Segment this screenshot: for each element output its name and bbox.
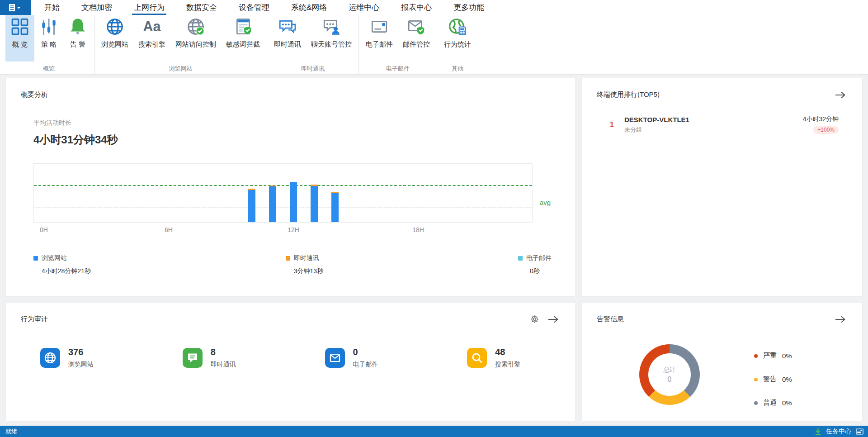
alarm-more-arrow-icon[interactable] <box>835 316 846 323</box>
app-menu-button[interactable] <box>0 0 31 15</box>
avg-dashed-line <box>34 185 532 186</box>
alarm-legend-pct: 0% <box>782 399 792 407</box>
donut-center-value: 0 <box>668 375 672 384</box>
ribbon-button-行为统计[interactable]: 行为统计 <box>439 15 476 62</box>
x-tick-18H: 18H <box>412 226 424 233</box>
globe-check-icon <box>186 17 205 36</box>
stat-value: 8 <box>211 347 236 357</box>
donut-center-label: 总计 <box>663 366 676 374</box>
menu-tab-更多功能[interactable]: 更多功能 <box>443 0 495 15</box>
overview-grid-icon <box>10 17 29 36</box>
stat-label: 电子邮件 <box>353 361 378 369</box>
ribbon-group: 概 览 策 略 告 警 概览 <box>4 15 94 74</box>
ribbon-button-敏感词拦截[interactable]: 敏感词拦截 <box>221 15 265 62</box>
ranking-more-arrow-icon[interactable] <box>835 91 846 99</box>
audit-more-arrow-icon[interactable] <box>548 316 559 323</box>
task-center-button[interactable]: 任务中心 <box>826 428 851 436</box>
audit-card: 行为审计 376 浏览网站 8 即时通讯 <box>5 302 576 422</box>
alarm-legend-dot <box>754 401 758 405</box>
x-tick-0H: 0H <box>40 226 48 233</box>
ribbon-group-label: 其他 <box>439 62 476 73</box>
stat-value: 376 <box>68 347 94 357</box>
activity-bar <box>290 182 297 222</box>
stat-label: 浏览网站 <box>68 361 94 369</box>
terminal-group: 未分组 <box>624 126 689 134</box>
chart-gridline <box>34 207 532 208</box>
ribbon-button-搜索引擎[interactable]: Aa 搜索引擎 <box>133 15 170 62</box>
mail-shield-icon <box>407 17 426 36</box>
menu-tab-上网行为[interactable]: 上网行为 <box>123 0 175 15</box>
activity-bar <box>331 192 339 222</box>
stat-globe-icon <box>40 348 60 368</box>
caret-down-icon <box>17 7 20 9</box>
ribbon-group-label: 即时通讯 <box>269 62 357 73</box>
usage-duration: 4小时32分钟 <box>803 115 839 124</box>
ribbon-button-即时通讯[interactable]: 即时通讯 <box>269 15 306 62</box>
change-badge: +100% <box>813 126 839 134</box>
ribbon-button-聊天账号管控[interactable]: 聊天账号管控 <box>306 15 357 62</box>
chart-x-axis: 0H6H12H18H <box>33 226 533 236</box>
legend-item: 即时通讯 3分钟13秒 <box>286 254 323 276</box>
menu-tab-系统&网络[interactable]: 系统&网络 <box>280 0 338 15</box>
stat-search-icon <box>467 348 487 368</box>
activity-bar-chart: avg 0H6H12H18H <box>33 163 533 236</box>
stat-label: 搜索引擎 <box>495 361 520 369</box>
legend-name: 电子邮件 <box>526 254 552 262</box>
sliders-icon <box>39 17 58 36</box>
ribbon-button-邮件管控[interactable]: 邮件管控 <box>398 15 435 62</box>
chart-plot-area <box>33 163 533 223</box>
app-menu-icon <box>9 4 22 12</box>
menu-tab-开始[interactable]: 开始 <box>33 0 71 15</box>
download-icon[interactable] <box>815 428 821 435</box>
bar-orange-cap <box>311 185 318 186</box>
ribbon-button-网站访问控制[interactable]: 网站访问控制 <box>170 15 221 62</box>
menu-bar: 开始文档加密上网行为数据安全设备管理系统&网络运维中心报表中心更多功能 <box>0 0 868 15</box>
alarm-donut-chart: 总计 0 <box>639 344 700 405</box>
legend-value: 4小时28分钟21秒 <box>42 267 91 276</box>
ribbon-group-label: 电子邮件 <box>361 62 435 73</box>
alarm-legend-item-普通: 普通 0% <box>754 399 792 407</box>
audit-stat-即时通讯[interactable]: 8 即时通讯 <box>148 347 291 369</box>
chart-gridline <box>34 178 532 178</box>
ribbon-button-浏览网站[interactable]: 浏览网站 <box>96 15 133 62</box>
ribbon-button-电子邮件[interactable]: 电子邮件 <box>361 15 398 62</box>
menu-tab-设备管理[interactable]: 设备管理 <box>228 0 280 15</box>
stat-value: 48 <box>495 347 520 357</box>
menu-tab-数据安全[interactable]: 数据安全 <box>175 0 228 15</box>
chart-legend: 浏览网站 4小时28分钟21秒 即时通讯 3分钟13秒 电子邮件 0秒 <box>33 254 552 276</box>
alarm-legend-pct: 0% <box>782 375 792 383</box>
menu-tab-报表中心[interactable]: 报表中心 <box>390 0 443 15</box>
activity-bar <box>311 185 318 222</box>
ribbon-group-label: 概览 <box>5 62 92 73</box>
ranking-row[interactable]: 1 DESKTOP-VLKTLE1 未分组 4小时32分钟 +100% <box>610 115 839 134</box>
menu-tab-运维中心[interactable]: 运维中心 <box>338 0 390 15</box>
dashboard-content: 概要分析 平均活动时长 4小时31分钟34秒 avg 0H6H12H18H 浏览… <box>0 75 868 426</box>
doc-shield-icon <box>234 17 253 36</box>
x-tick-6H: 6H <box>165 226 173 233</box>
audit-stat-搜索引擎[interactable]: 48 搜索引擎 <box>433 347 575 369</box>
alarm-legend-dot <box>754 354 758 358</box>
status-ready-text: 就绪 <box>5 428 17 436</box>
mail-icon <box>370 17 389 36</box>
ribbon-button-告警[interactable]: 告 警 <box>63 15 92 62</box>
activity-bar <box>248 189 255 222</box>
alarm-card: 告警信息 总计 0 严重 0% 警告 0% <box>581 302 863 422</box>
ribbon-group: 行为统计 其他 <box>437 15 478 74</box>
x-tick-12H: 12H <box>288 226 299 233</box>
alarm-legend-item-警告: 警告 0% <box>754 375 792 384</box>
audit-stat-电子邮件[interactable]: 0 电子邮件 <box>291 347 433 369</box>
legend-swatch <box>286 256 290 261</box>
legend-swatch <box>518 256 523 261</box>
ribbon-toolbar: 概 览 策 略 告 警 概览 浏览网站 Aa 搜索引擎 网站访问控制 敏感词拦截… <box>0 15 868 75</box>
taskbar-window-icon[interactable] <box>856 428 863 435</box>
ribbon-group-label: 浏览网站 <box>96 62 265 73</box>
audit-settings-gear-icon[interactable] <box>530 315 539 323</box>
legend-name: 即时通讯 <box>294 254 319 262</box>
ribbon-button-策略[interactable]: 策 略 <box>34 15 63 62</box>
menu-tab-文档加密[interactable]: 文档加密 <box>71 0 123 15</box>
stat-label: 即时通讯 <box>211 361 236 369</box>
ribbon-button-概览[interactable]: 概 览 <box>5 15 34 62</box>
legend-swatch <box>33 256 38 261</box>
audit-stat-浏览网站[interactable]: 376 浏览网站 <box>6 347 148 369</box>
alarm-legend-name: 严重 <box>763 352 777 360</box>
